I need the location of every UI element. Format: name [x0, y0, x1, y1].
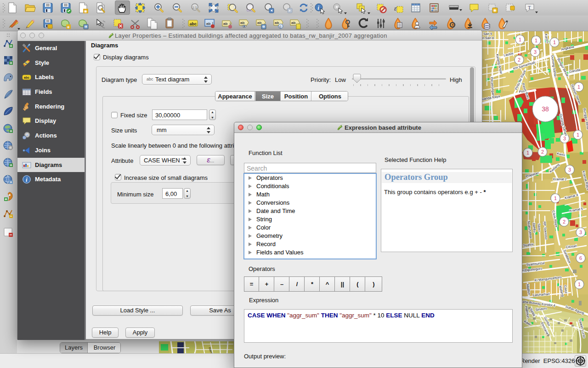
svg-text:1: 1 [578, 282, 581, 287]
svg-text:1:1: 1:1 [192, 6, 197, 9]
svg-text:1: 1 [526, 150, 529, 155]
svg-text:abc: abc [24, 76, 29, 79]
svg-text:2: 2 [563, 219, 565, 224]
svg-text:ε: ε [394, 5, 397, 12]
svg-text:✳: ✳ [84, 9, 88, 14]
svg-text:Pos: Pos [519, 89, 525, 94]
svg-text:3: 3 [534, 49, 537, 55]
svg-text:1: 1 [553, 40, 556, 45]
svg-text:1: 1 [519, 37, 521, 42]
svg-text:2: 2 [518, 57, 520, 63]
svg-text:n Sari 8: n Sari 8 [482, 36, 494, 40]
svg-text:6: 6 [579, 255, 582, 261]
svg-text:✳: ✳ [493, 8, 497, 13]
svg-text:i: i [26, 176, 28, 183]
svg-text:3: 3 [563, 136, 566, 141]
svg-text:Sawo: Sawo [537, 224, 542, 232]
svg-text:✳: ✳ [67, 25, 70, 29]
svg-text:Sari 9: Sari 9 [483, 32, 492, 36]
svg-text:Jambu: Jambu [532, 223, 537, 233]
svg-text:c: c [279, 24, 282, 29]
svg-text:3: 3 [568, 167, 571, 172]
svg-text:1: 1 [577, 84, 580, 90]
svg-text:1: 1 [554, 196, 557, 201]
svg-text:Harijau: Harijau [208, 347, 215, 353]
svg-text:T: T [528, 5, 531, 10]
svg-text:2: 2 [541, 149, 544, 155]
svg-text:38: 38 [542, 105, 549, 113]
svg-text:1: 1 [577, 132, 579, 138]
svg-text:1: 1 [535, 38, 537, 43]
svg-text:ab: ab [206, 22, 210, 26]
svg-text:Kramat 2: Kramat 2 [553, 177, 567, 181]
svg-text:3: 3 [579, 230, 582, 235]
